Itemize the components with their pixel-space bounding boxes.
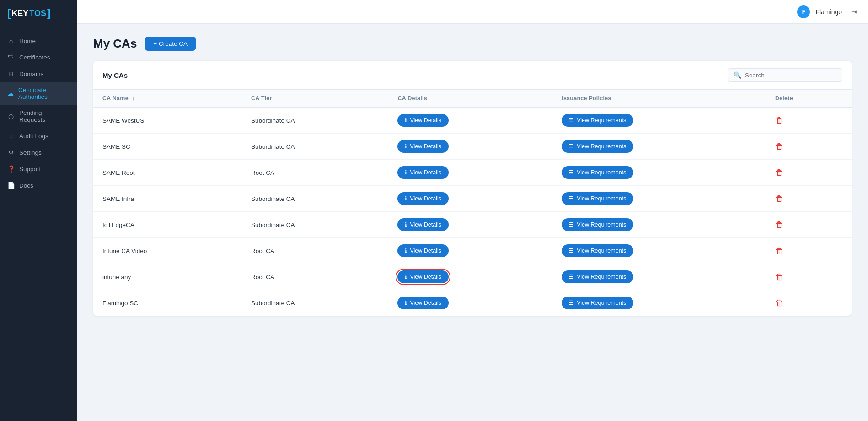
content-area: My CAs + Create CA My CAs 🔍 CA Name ↓ (77, 24, 868, 421)
view-details-button[interactable]: ℹ View Details (397, 166, 449, 179)
sidebar-item-label: Home (19, 38, 36, 44)
issuance-policies-cell: ☰ View Requirements (552, 160, 766, 186)
trash-icon: 🗑 (775, 246, 783, 255)
delete-button[interactable]: 🗑 (775, 168, 783, 178)
sidebar-item-domains[interactable]: ⊞ Domains (0, 65, 77, 82)
ca-details-cell: ℹ View Details (388, 238, 552, 264)
delete-button[interactable]: 🗑 (775, 272, 783, 282)
issuance-policies-cell: ☰ View Requirements (552, 134, 766, 160)
view-requirements-button[interactable]: ☰ View Requirements (562, 166, 633, 179)
info-icon: ℹ (405, 117, 407, 124)
create-ca-button[interactable]: + Create CA (145, 37, 196, 51)
sidebar: [ KEY TOS ] ⌂ Home 🛡 Certificates ⊞ Doma… (0, 0, 77, 421)
table-row: SAME RootRoot CAℹ View Details☰ View Req… (93, 160, 852, 186)
delete-button[interactable]: 🗑 (775, 220, 783, 230)
view-requirements-button[interactable]: ☰ View Requirements (562, 244, 633, 257)
list-icon: ☰ (569, 300, 574, 306)
sidebar-nav: ⌂ Home 🛡 Certificates ⊞ Domains ☁ Certif… (0, 27, 77, 421)
ca-tier-cell: Subordinate CA (242, 212, 388, 238)
view-requirements-button[interactable]: ☰ View Requirements (562, 114, 633, 127)
sidebar-item-docs[interactable]: 📄 Docs (0, 177, 77, 194)
cloud-icon: ☁ (7, 90, 14, 97)
ca-details-cell: ℹ View Details (388, 186, 552, 212)
sidebar-item-label: Pending Requests (19, 109, 70, 123)
search-wrap: 🔍 (728, 68, 842, 82)
col-ca-name: CA Name ↓ (93, 90, 242, 108)
ca-details-cell: ℹ View Details (388, 264, 552, 290)
delete-cell: 🗑 (766, 134, 852, 160)
ca-name-cell: SAME SC (93, 134, 242, 160)
docs-icon: 📄 (7, 182, 15, 189)
issuance-policies-cell: ☰ View Requirements (552, 108, 766, 134)
logo: [ KEY TOS ] (0, 0, 77, 27)
sidebar-item-home[interactable]: ⌂ Home (0, 32, 77, 49)
search-icon: 🔍 (734, 71, 741, 79)
logout-icon[interactable]: ⇥ (851, 7, 857, 16)
ca-name-cell: Intune CA Video (93, 238, 242, 264)
ca-name-cell: Flamingo SC (93, 290, 242, 316)
sidebar-item-label: Certificates (19, 54, 50, 61)
view-details-button[interactable]: ℹ View Details (397, 192, 449, 205)
trash-icon: 🗑 (775, 272, 783, 281)
sidebar-item-support[interactable]: ❓ Support (0, 161, 77, 177)
view-requirements-button[interactable]: ☰ View Requirements (562, 270, 633, 283)
sidebar-item-pending-requests[interactable]: ◷ Pending Requests (0, 105, 77, 128)
sidebar-item-certificates[interactable]: 🛡 Certificates (0, 49, 77, 65)
col-ca-tier: CA Tier (242, 90, 388, 108)
info-icon: ℹ (405, 300, 407, 306)
view-details-button[interactable]: ℹ View Details (397, 270, 449, 283)
sidebar-item-label: Audit Logs (19, 133, 48, 140)
sidebar-item-label: Settings (19, 149, 42, 156)
search-input[interactable] (745, 72, 836, 79)
sidebar-item-audit-logs[interactable]: ≡ Audit Logs (0, 128, 77, 144)
ca-tier-cell: Subordinate CA (242, 134, 388, 160)
view-requirements-button[interactable]: ☰ View Requirements (562, 218, 633, 231)
list-icon: ☰ (569, 248, 574, 254)
user-avatar: F (797, 5, 810, 18)
sidebar-item-label: Certificate Authorities (18, 86, 70, 100)
delete-button[interactable]: 🗑 (775, 298, 783, 308)
col-delete: Delete (766, 90, 852, 108)
info-icon: ℹ (405, 221, 407, 228)
logo-key: KEY (11, 9, 28, 18)
ca-details-cell: ℹ View Details (388, 108, 552, 134)
trash-icon: 🗑 (775, 220, 783, 229)
delete-cell: 🗑 (766, 186, 852, 212)
view-details-button[interactable]: ℹ View Details (397, 140, 449, 153)
delete-cell: 🗑 (766, 212, 852, 238)
info-icon: ℹ (405, 143, 407, 150)
trash-icon: 🗑 (775, 168, 783, 177)
delete-button[interactable]: 🗑 (775, 246, 783, 256)
support-icon: ❓ (7, 165, 15, 173)
delete-cell: 🗑 (766, 264, 852, 290)
table-row: IoTEdgeCASubordinate CAℹ View Details☰ V… (93, 212, 852, 238)
trash-icon: 🗑 (775, 142, 783, 151)
ca-tier-cell: Root CA (242, 160, 388, 186)
info-icon: ℹ (405, 195, 407, 202)
delete-button[interactable]: 🗑 (775, 116, 783, 125)
view-requirements-button[interactable]: ☰ View Requirements (562, 297, 633, 309)
issuance-policies-cell: ☰ View Requirements (552, 238, 766, 264)
view-requirements-button[interactable]: ☰ View Requirements (562, 192, 633, 205)
ca-name-cell: SAME Infra (93, 186, 242, 212)
ca-tier-cell: Root CA (242, 238, 388, 264)
ca-table: CA Name ↓ CA Tier CA Details Issuance Po… (93, 90, 852, 316)
delete-button[interactable]: 🗑 (775, 142, 783, 151)
view-details-button[interactable]: ℹ View Details (397, 218, 449, 231)
trash-icon: 🗑 (775, 194, 783, 203)
ca-name-cell: SAME Root (93, 160, 242, 186)
info-icon: ℹ (405, 274, 407, 280)
delete-button[interactable]: 🗑 (775, 194, 783, 204)
sidebar-item-label: Support (19, 166, 41, 173)
table-label: My CAs (102, 71, 128, 79)
view-details-button[interactable]: ℹ View Details (397, 297, 449, 309)
table-card: My CAs 🔍 CA Name ↓ CA Tier (93, 61, 852, 316)
shield-icon: 🛡 (7, 54, 15, 61)
ca-tier-cell: Subordinate CA (242, 290, 388, 316)
view-requirements-button[interactable]: ☰ View Requirements (562, 140, 633, 153)
delete-cell: 🗑 (766, 238, 852, 264)
view-details-button[interactable]: ℹ View Details (397, 244, 449, 257)
view-details-button[interactable]: ℹ View Details (397, 114, 449, 127)
sidebar-item-settings[interactable]: ⚙ Settings (0, 144, 77, 161)
sidebar-item-certificate-authorities[interactable]: ☁ Certificate Authorities (0, 82, 77, 105)
